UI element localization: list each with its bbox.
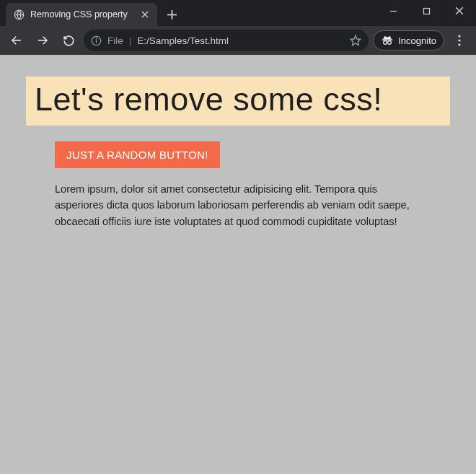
svg-point-21 [458,43,460,45]
svg-marker-14 [351,35,361,45]
new-tab-button[interactable] [162,4,182,25]
svg-point-17 [388,41,392,45]
browser-tab-active[interactable]: Removing CSS property [6,3,157,26]
maximize-button[interactable] [410,0,443,22]
incognito-label: Incognito [398,35,436,46]
close-tab-icon[interactable] [140,9,150,19]
address-bar[interactable]: File | E:/Samples/Test.html [84,30,369,51]
menu-button[interactable] [449,30,470,51]
minimize-button[interactable] [376,0,410,22]
svg-point-16 [384,41,387,45]
url-scheme-label: File [107,35,123,46]
svg-point-13 [96,38,97,39]
url-divider: | [129,35,132,46]
body-paragraph: Lorem ipsum, dolor sit amet consectetur … [55,181,423,229]
svg-rect-6 [423,8,429,14]
back-button[interactable] [6,30,27,51]
window-titlebar: Removing CSS property [0,0,476,26]
browser-toolbar: File | E:/Samples/Test.html Incognito [0,26,476,55]
page-heading: Let's remove some css! [26,76,450,126]
content-body: JUST A RANDOM BUTTON! Lorem ipsum, dolor… [26,126,450,229]
close-window-button[interactable] [443,0,476,22]
info-icon[interactable] [91,35,102,46]
url-text: E:/Samples/Test.html [137,35,229,46]
globe-icon [13,9,25,20]
tab-title: Removing CSS property [30,9,128,19]
random-button[interactable]: JUST A RANDOM BUTTON! [55,141,220,168]
forward-button[interactable] [32,30,53,51]
incognito-badge[interactable]: Incognito [373,30,444,51]
svg-point-19 [458,35,460,37]
svg-point-20 [458,39,460,41]
page-viewport: Let's remove some css! JUST A RANDOM BUT… [0,55,476,474]
svg-rect-15 [382,40,393,41]
bookmark-star-icon[interactable] [350,35,361,46]
reload-button[interactable] [58,30,79,51]
window-controls [376,0,476,22]
incognito-icon [381,35,394,45]
